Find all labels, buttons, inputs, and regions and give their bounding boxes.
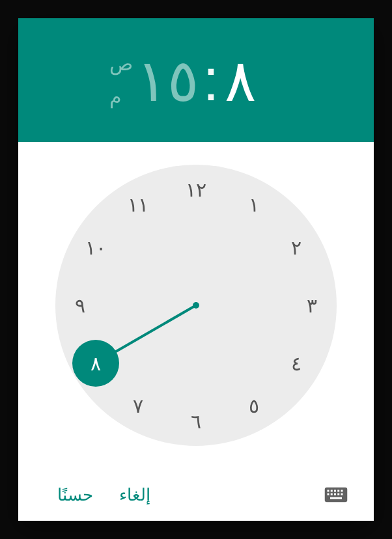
hour-mark-9[interactable]: ٩	[57, 282, 104, 329]
time-picker-dialog: ص م ٨ : ١٥ ١٢١٢٣٤٥٦٧٨٩١٠١١	[18, 18, 374, 521]
pm-option[interactable]: م	[109, 85, 133, 108]
svg-rect-5	[341, 490, 343, 492]
am-option[interactable]: ص	[109, 52, 133, 75]
clock-face[interactable]: ١٢١٢٣٤٥٦٧٨٩١٠١١	[55, 165, 337, 446]
keyboard-icon[interactable]	[324, 486, 348, 503]
hour-value[interactable]: ٨	[225, 46, 256, 115]
hour-mark-0[interactable]: ١٢	[173, 166, 219, 213]
svg-rect-11	[330, 497, 342, 499]
hour-mark-6[interactable]: ٦	[173, 398, 219, 445]
hour-mark-7[interactable]: ٧	[115, 382, 161, 429]
svg-rect-6	[328, 493, 329, 495]
svg-rect-10	[341, 493, 343, 495]
ok-button[interactable]: حسنًا	[44, 480, 106, 510]
hour-mark-4[interactable]: ٤	[273, 340, 320, 387]
svg-rect-7	[331, 493, 333, 495]
dialog-footer: إلغاء حسنًا	[18, 469, 374, 521]
hour-mark-5[interactable]: ٥	[231, 382, 277, 429]
hour-mark-2[interactable]: ٢	[273, 224, 320, 271]
clock-center-dot	[193, 302, 199, 309]
cancel-button[interactable]: إلغاء	[106, 480, 163, 510]
hour-mark-11[interactable]: ١١	[115, 182, 161, 228]
minute-value[interactable]: ١٥	[136, 46, 199, 115]
svg-rect-8	[334, 493, 336, 495]
svg-rect-3	[334, 490, 336, 492]
ampm-toggle: ص م	[109, 52, 133, 108]
clock-area: ١٢١٢٣٤٥٦٧٨٩١٠١١	[18, 142, 374, 469]
svg-rect-9	[337, 493, 339, 495]
hour-mark-10[interactable]: ١٠	[72, 224, 119, 271]
svg-rect-1	[328, 490, 329, 492]
time-separator: :	[203, 47, 220, 114]
svg-rect-2	[331, 490, 333, 492]
svg-rect-4	[337, 490, 339, 492]
time-picker-header: ص م ٨ : ١٥	[18, 18, 374, 142]
hour-mark-1[interactable]: ١	[231, 182, 277, 228]
time-display: ٨ : ١٥	[136, 46, 255, 115]
hour-mark-3[interactable]: ٣	[288, 282, 335, 329]
hour-mark-8[interactable]: ٨	[72, 340, 119, 387]
